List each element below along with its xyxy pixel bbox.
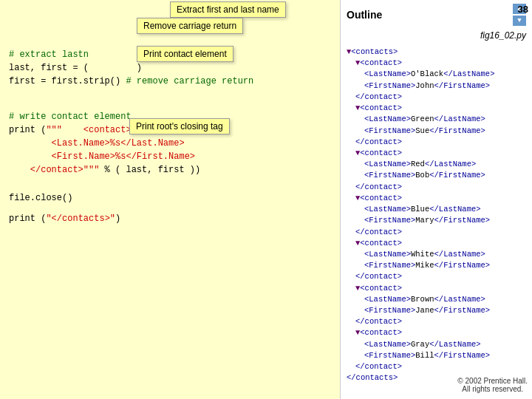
- xml-node-26: <LastName>Gray</LastName>: [347, 339, 526, 350]
- xml-node-3: <FirstName>John</FirstName>: [347, 81, 526, 92]
- xml-node-7: <FirstName>Sue</FirstName>: [347, 126, 526, 137]
- outline-title: Outline: [347, 9, 382, 21]
- xml-node-20: </contact>: [347, 271, 526, 282]
- code-line-printcontacts: print ("</contacts>"): [9, 212, 331, 225]
- xml-node-28: </contact>: [347, 361, 526, 372]
- xml-node-22: <LastName>Brown</LastName>: [347, 294, 526, 305]
- xml-node-6: <LastName>Green</LastName>: [347, 114, 526, 125]
- xml-node-17: ▼<contact>: [347, 238, 526, 249]
- xml-node-18: <LastName>White</LastName>: [347, 249, 526, 260]
- xml-node-2: <LastName>O'Black</LastName>: [347, 69, 526, 80]
- code-line-8: </contact>""" % ( last, first )): [9, 163, 331, 177]
- code-line-7: <First.Name>%s</First.Name>: [9, 150, 331, 163]
- tooltip-print-contact: Print contact element: [137, 46, 233, 62]
- xml-node-12: </contact>: [347, 182, 526, 193]
- xml-node-19: <FirstName>Mike</FirstName>: [347, 260, 526, 271]
- code-line-3: first = first.strip() # remove carriage …: [9, 75, 331, 88]
- outline-header: Outline ▲ ▼: [347, 4, 526, 26]
- xml-node-15: <FirstName>Mary</FirstName>: [347, 215, 526, 226]
- tooltip-carriage: Remove carriage return: [137, 18, 243, 34]
- xml-node-8: </contact>: [347, 137, 526, 148]
- xml-node-21: ▼<contact>: [347, 283, 526, 294]
- tooltip-print-root: Print root's closing tag: [129, 118, 230, 134]
- xml-node-0: ▼<contacts>: [347, 47, 526, 58]
- copyright: © 2002 Prentice Hall. All rights reserve…: [457, 377, 528, 393]
- xml-node-11: <FirstName>Bob</FirstName>: [347, 170, 526, 181]
- nav-down-button[interactable]: ▼: [513, 16, 526, 26]
- xml-node-13: ▼<contact>: [347, 193, 526, 204]
- xml-node-4: </contact>: [347, 92, 526, 103]
- xml-node-5: ▼<contact>: [347, 103, 526, 114]
- xml-node-16: </contact>: [347, 227, 526, 238]
- page-number: 38: [518, 4, 528, 15]
- xml-node-24: </contact>: [347, 316, 526, 327]
- outline-panel: 38 Outline ▲ ▼ fig16_02.py ▼<contacts> ▼…: [340, 0, 532, 399]
- xml-node-14: <LastName>Blue</LastName>: [347, 204, 526, 215]
- xml-node-25: ▼<contact>: [347, 327, 526, 338]
- xml-node-10: <LastName>Red</LastName>: [347, 159, 526, 170]
- code-line-6: <Last.Name>%s</Last.Name>: [9, 137, 331, 150]
- tooltip-extract: Extract first and last name: [170, 1, 286, 18]
- xml-node-9: ▼<contact>: [347, 148, 526, 159]
- code-line-fileclose: file.close(): [9, 191, 331, 205]
- xml-node-23: <FirstName>Jane</FirstName>: [347, 305, 526, 316]
- filename: fig16_02.py: [347, 30, 526, 41]
- code-panel: Extract first and last name Remove carri…: [0, 0, 340, 399]
- xml-node-1: ▼<contact>: [347, 58, 526, 69]
- xml-tree: ▼<contacts> ▼<contact> <LastName>O'Black…: [347, 47, 526, 384]
- xml-node-27: <FirstName>Bill</FirstName>: [347, 350, 526, 361]
- code-line-2: last, first = ( ): [9, 61, 331, 75]
- main-container: Extract first and last name Remove carri…: [0, 0, 532, 399]
